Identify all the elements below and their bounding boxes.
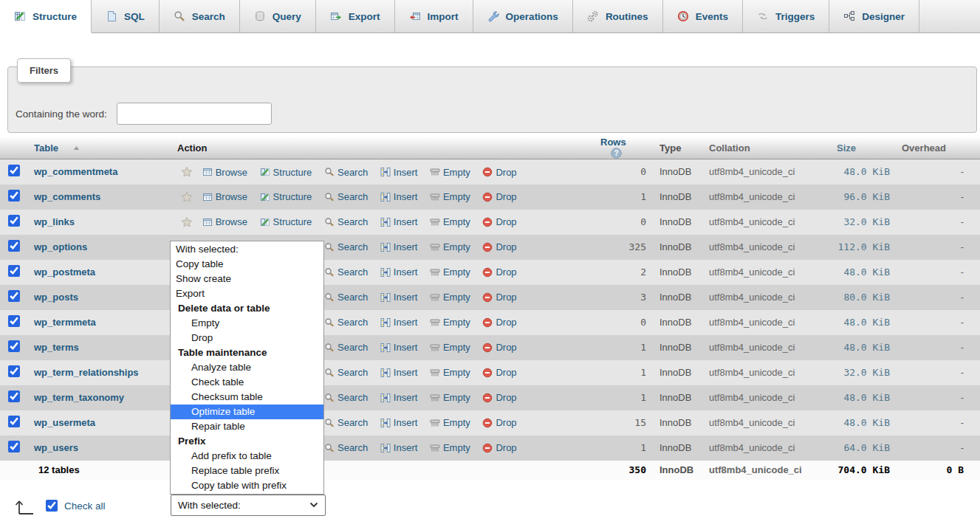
insert-action[interactable]: Insert (380, 292, 418, 303)
structure-action[interactable]: Structure (260, 216, 312, 227)
table-name-link[interactable]: wp_usermeta (34, 417, 95, 428)
table-name-link[interactable]: wp_users (34, 442, 78, 453)
search-action[interactable]: Search (324, 167, 368, 178)
insert-action[interactable]: Insert (380, 266, 418, 278)
dropdown-option[interactable]: Replace table prefix (171, 464, 323, 478)
column-header-rows[interactable]: Rows? (594, 137, 652, 159)
tab-routines[interactable]: Routines (573, 0, 663, 32)
row-checkbox[interactable] (8, 215, 20, 227)
tab-operations[interactable]: Operations (473, 0, 573, 32)
insert-action[interactable]: Insert (380, 216, 418, 227)
check-all-checkbox[interactable] (46, 500, 58, 512)
table-name-link[interactable]: wp_commentmeta (34, 166, 117, 177)
empty-action[interactable]: Empty (430, 191, 470, 202)
dropdown-option[interactable]: Table maintenance (171, 345, 323, 360)
search-action[interactable]: Search (324, 317, 368, 328)
empty-action[interactable]: Empty (430, 266, 470, 278)
search-action[interactable]: Search (324, 417, 368, 428)
row-checkbox[interactable] (8, 365, 20, 377)
drop-action[interactable]: Drop (482, 292, 516, 303)
dropdown-option[interactable]: Show create (171, 272, 323, 286)
structure-action[interactable]: Structure (260, 191, 312, 202)
row-checkbox[interactable] (8, 290, 20, 302)
dropdown-option[interactable]: Empty (171, 316, 323, 331)
dropdown-option[interactable]: Check table (171, 375, 323, 390)
tab-events[interactable]: Events (663, 0, 743, 32)
favorite-star-icon[interactable] (181, 191, 193, 203)
dropdown-option[interactable]: Add prefix to table (171, 449, 323, 464)
insert-action[interactable]: Insert (380, 417, 418, 428)
tab-export[interactable]: Export (316, 0, 395, 32)
browse-action[interactable]: Browse (202, 167, 247, 178)
insert-action[interactable]: Insert (380, 392, 418, 403)
empty-action[interactable]: Empty (430, 367, 470, 378)
drop-action[interactable]: Drop (482, 167, 516, 178)
empty-action[interactable]: Empty (430, 442, 470, 453)
insert-action[interactable]: Insert (380, 167, 418, 178)
search-action[interactable]: Search (324, 442, 368, 453)
insert-action[interactable]: Insert (380, 442, 418, 453)
table-name-link[interactable]: wp_comments (34, 191, 100, 202)
table-name-link[interactable]: wp_term_relationships (34, 367, 139, 378)
drop-action[interactable]: Drop (482, 216, 516, 227)
favorite-star-icon[interactable] (181, 166, 193, 178)
insert-action[interactable]: Insert (380, 241, 418, 252)
tab-triggers[interactable]: Triggers (743, 0, 829, 32)
dropdown-option[interactable]: Export (171, 286, 323, 301)
column-header-table[interactable]: Table (28, 137, 177, 159)
drop-action[interactable]: Drop (482, 241, 516, 252)
table-name-link[interactable]: wp_term_taxonomy (34, 392, 124, 403)
search-action[interactable]: Search (324, 292, 368, 303)
empty-action[interactable]: Empty (430, 216, 470, 227)
dropdown-option[interactable]: Copy table with prefix (171, 478, 323, 493)
column-header-collation[interactable]: Collation (701, 137, 828, 159)
table-name-link[interactable]: wp_links (34, 216, 75, 227)
insert-action[interactable]: Insert (380, 342, 418, 353)
drop-action[interactable]: Drop (482, 392, 516, 403)
search-action[interactable]: Search (324, 342, 368, 353)
tab-designer[interactable]: Designer (829, 0, 919, 32)
row-checkbox[interactable] (8, 315, 20, 327)
dropdown-option[interactable]: Analyze table (171, 360, 323, 375)
tab-query[interactable]: Query (240, 0, 316, 32)
drop-action[interactable]: Drop (482, 317, 516, 328)
column-header-overhead[interactable]: Overhead (896, 137, 980, 159)
drop-action[interactable]: Drop (482, 417, 516, 428)
table-name-link[interactable]: wp_posts (34, 292, 78, 303)
tab-search[interactable]: Search (160, 0, 240, 32)
dropdown-option[interactable]: Drop (171, 331, 323, 345)
with-selected-select[interactable]: With selected: (171, 495, 326, 516)
row-checkbox[interactable] (8, 441, 20, 452)
column-header-type[interactable]: Type (652, 137, 701, 159)
row-checkbox[interactable] (8, 390, 20, 402)
row-checkbox[interactable] (8, 265, 20, 277)
table-name-link[interactable]: wp_terms (34, 342, 79, 353)
search-action[interactable]: Search (324, 266, 368, 278)
browse-action[interactable]: Browse (202, 191, 247, 202)
empty-action[interactable]: Empty (430, 241, 470, 252)
table-name-link[interactable]: wp_options (34, 241, 87, 252)
insert-action[interactable]: Insert (380, 317, 418, 328)
tab-import[interactable]: Import (395, 0, 473, 32)
table-name-link[interactable]: wp_postmeta (34, 266, 95, 278)
empty-action[interactable]: Empty (430, 342, 470, 353)
search-action[interactable]: Search (324, 367, 368, 378)
dropdown-option[interactable]: Copy table (171, 257, 323, 272)
dropdown-option[interactable]: Repair table (171, 419, 323, 434)
help-icon[interactable]: ? (611, 148, 622, 159)
browse-action[interactable]: Browse (202, 216, 247, 227)
drop-action[interactable]: Drop (482, 367, 516, 378)
column-header-size[interactable]: Size (828, 137, 896, 159)
check-all-link[interactable]: Check all (64, 500, 106, 512)
search-action[interactable]: Search (324, 392, 368, 403)
insert-action[interactable]: Insert (380, 367, 418, 378)
insert-action[interactable]: Insert (380, 191, 418, 202)
empty-action[interactable]: Empty (430, 392, 470, 403)
empty-action[interactable]: Empty (430, 167, 470, 178)
structure-action[interactable]: Structure (260, 167, 312, 178)
dropdown-option[interactable]: Delete data or table (171, 301, 323, 316)
empty-action[interactable]: Empty (430, 417, 470, 428)
search-action[interactable]: Search (324, 191, 368, 202)
tab-sql[interactable]: SQL (92, 0, 160, 32)
row-checkbox[interactable] (8, 165, 20, 176)
